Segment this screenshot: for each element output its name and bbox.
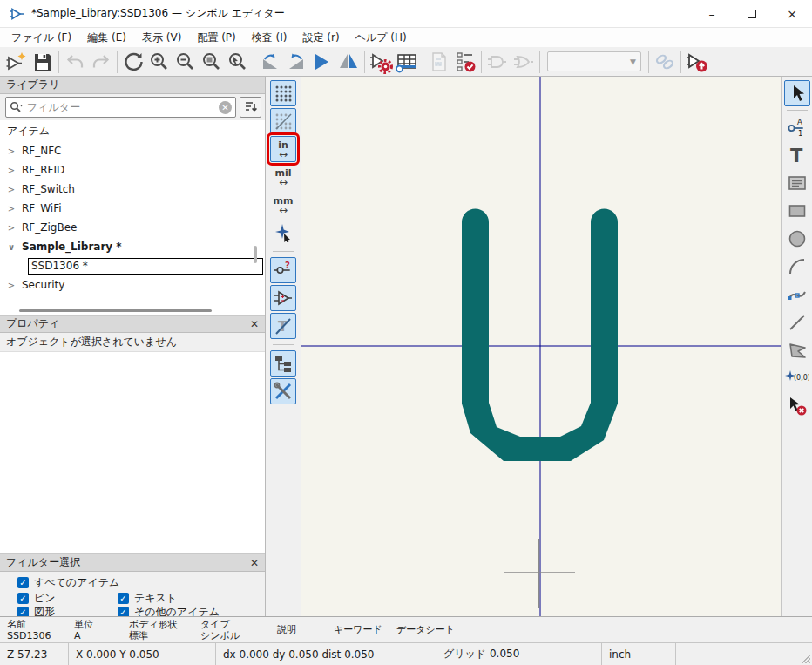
chevron-down-icon: ∨ <box>7 242 16 252</box>
chevron-right-icon: > <box>7 166 16 175</box>
app-icon <box>9 6 24 22</box>
close-icon[interactable]: ✕ <box>250 319 259 329</box>
symbol-name-editbox[interactable]: SSD1306 * <box>28 258 263 275</box>
menu-place[interactable]: 配置 (P) <box>189 29 243 47</box>
select-tool-button[interactable] <box>784 80 810 106</box>
tree-item-rf-wifi[interactable]: >RF_WiFi <box>0 199 265 218</box>
tree-item-rf-switch[interactable]: >RF_Switch <box>0 180 265 199</box>
cursor-shape-button[interactable] <box>270 220 296 246</box>
checkbox-all-items[interactable]: ✓すべてのアイテム <box>17 575 119 589</box>
checkbox-pins[interactable]: ✓ピン <box>17 591 56 605</box>
minimize-button[interactable]: – <box>692 0 732 27</box>
resize-grip[interactable] <box>802 655 810 663</box>
info-unit: 単位A <box>74 619 129 641</box>
sync-pin-edit-button[interactable] <box>652 49 678 75</box>
undo-button[interactable] <box>62 49 88 75</box>
add-line-button[interactable] <box>784 309 810 336</box>
zoom-in-button[interactable] <box>146 49 173 75</box>
vertical-scrollbar[interactable] <box>254 246 257 263</box>
tree-item-rf-zigbee[interactable]: >RF_ZigBee <box>0 218 265 237</box>
delete-tool-button[interactable] <box>784 393 810 419</box>
menu-help[interactable]: ヘルプ (H) <box>348 29 415 47</box>
show-pins-button[interactable] <box>270 285 296 311</box>
library-tree: アイテム >RF_NFC >RF_RFID >RF_Switch >RF_WiF… <box>0 120 265 316</box>
move-anchor-button[interactable]: (0,0) <box>784 365 810 391</box>
add-arc-button[interactable] <box>784 254 810 280</box>
tree-item-ssd1306[interactable]: SSD1306 * <box>0 256 265 275</box>
datasheet-button[interactable] <box>426 49 452 75</box>
save-button[interactable] <box>30 49 56 75</box>
sort-button[interactable] <box>240 97 261 118</box>
sidebar: ライブラリ フィルター ✕ アイテム >RF_NFC >RF_RFID >RF_… <box>0 77 266 616</box>
horizontal-scrollbar[interactable] <box>19 309 212 312</box>
grid-overrides-button[interactable] <box>270 108 296 134</box>
pin-electrical-type-button[interactable]: ? <box>270 257 296 283</box>
menu-inspect[interactable]: 検査 (I) <box>244 29 295 47</box>
toolbar-separator <box>787 110 808 111</box>
menu-edit[interactable]: 編集 (E) <box>79 29 134 47</box>
mirror-horizontal-button[interactable] <box>309 49 335 75</box>
pin-table-button[interactable] <box>394 49 420 75</box>
cursor-crosshair <box>504 539 575 608</box>
grid-toggle-button[interactable] <box>270 80 296 106</box>
add-textbox-button[interactable] <box>784 170 810 196</box>
unit-select-dropdown[interactable]: ▼ <box>547 51 641 71</box>
rotate-ccw-button[interactable] <box>257 49 283 75</box>
text-icon: T <box>787 145 808 166</box>
units-mm-button[interactable]: mm ↔ <box>270 192 296 218</box>
search-placeholder: フィルター <box>24 100 219 115</box>
chevron-right-icon: > <box>7 146 16 156</box>
main-toolbar: ▼ <box>0 47 812 77</box>
info-type: タイプシンボル <box>200 619 277 641</box>
show-hidden-text-button[interactable]: T <box>270 313 296 339</box>
filter-panel-title: フィルター選択 <box>6 555 80 570</box>
right-toolbar: A1 T (0,0) <box>781 77 812 616</box>
editor-canvas[interactable] <box>301 77 781 616</box>
toolbar-separator <box>481 51 482 73</box>
zoom-selection-button[interactable] <box>225 49 251 75</box>
close-button[interactable]: × <box>772 0 812 27</box>
redo-button[interactable] <box>88 49 114 75</box>
pin-help-icon: ? <box>274 261 293 280</box>
menu-preferences[interactable]: 設定 (r) <box>295 29 348 47</box>
symbol-properties-button[interactable] <box>368 49 394 75</box>
zoom-out-button[interactable] <box>173 49 199 75</box>
menu-file[interactable]: ファイル (F) <box>3 29 79 47</box>
wrench-screwdriver-icon <box>274 382 293 401</box>
maximize-button[interactable] <box>732 0 772 27</box>
zoom-fit-button[interactable] <box>199 49 225 75</box>
properties-message: オブジェクトが選択されていません <box>0 333 265 352</box>
demorgan-standard-button[interactable] <box>484 49 511 75</box>
search-input[interactable]: フィルター ✕ <box>5 97 236 118</box>
erc-check-button[interactable] <box>452 49 478 75</box>
toolbar-separator <box>364 51 365 73</box>
units-mils-button[interactable]: mil ↔ <box>270 164 296 190</box>
add-rectangle-button[interactable] <box>784 198 810 224</box>
add-circle-button[interactable] <box>784 226 810 252</box>
add-symbol-to-schematic-button[interactable] <box>684 49 710 75</box>
checkbox-text[interactable]: ✓テキスト <box>118 591 177 605</box>
tree-item-rf-rfid[interactable]: >RF_RFID <box>0 160 265 180</box>
demorgan-alternate-button[interactable] <box>511 49 537 75</box>
preferences-button[interactable] <box>270 378 296 404</box>
new-symbol-button[interactable] <box>3 49 30 75</box>
tree-item-sample-library[interactable]: ∨Sample_Library * <box>0 237 265 256</box>
mirror-vertical-button[interactable] <box>335 49 362 75</box>
refresh-view-button[interactable] <box>120 49 146 75</box>
units-inches-button[interactable]: in ↔ <box>270 136 296 162</box>
add-text-button[interactable]: T <box>784 142 810 168</box>
info-keywords: キーワード <box>334 624 396 635</box>
add-polygon-button[interactable] <box>784 337 810 363</box>
library-tree-panel-button[interactable] <box>270 350 296 377</box>
menu-view[interactable]: 表示 (V) <box>134 29 189 47</box>
close-icon[interactable]: ✕ <box>250 558 259 568</box>
tree-item-rf-nfc[interactable]: >RF_NFC <box>0 141 265 160</box>
add-bezier-button[interactable] <box>784 282 810 308</box>
add-pin-button[interactable]: A1 <box>784 114 810 140</box>
rotate-cw-button[interactable] <box>283 49 309 75</box>
clear-search-icon[interactable]: ✕ <box>219 101 232 114</box>
bezier-icon <box>787 284 808 305</box>
search-icon <box>10 101 24 113</box>
anchor-icon: (0,0) <box>785 369 809 388</box>
tree-item-security[interactable]: >Security <box>0 275 265 295</box>
